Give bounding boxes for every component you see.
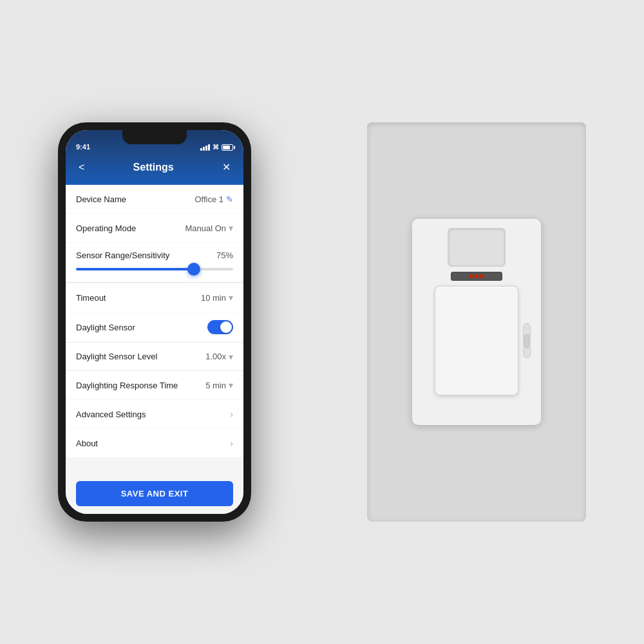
daylighting-response-row[interactable]: Daylighting Response Time 5 min ▾ bbox=[66, 371, 243, 399]
sensor-range-value: 75% bbox=[216, 251, 233, 260]
switch-paddle[interactable] bbox=[435, 286, 518, 395]
timeout-row[interactable]: Timeout 10 min ▾ bbox=[66, 283, 243, 312]
save-button[interactable]: SAVE AND EXIT bbox=[76, 481, 233, 506]
advanced-settings-label: Advanced Settings bbox=[76, 410, 146, 419]
save-section: SAVE AND EXIT bbox=[66, 473, 243, 514]
edit-icon[interactable]: ✎ bbox=[226, 194, 233, 204]
wifi-icon: ⌘ bbox=[213, 144, 219, 151]
switch-sensor-bar bbox=[451, 272, 502, 281]
slider-section: Sensor Range/Sensitivity 75% bbox=[66, 243, 243, 283]
timeout-section: Timeout 10 min ▾ bbox=[66, 283, 243, 312]
daylighting-response-label: Daylighting Response Time bbox=[76, 381, 178, 390]
signal-icon bbox=[200, 144, 210, 151]
side-slider-inner bbox=[524, 334, 529, 348]
sensor-range-section: Sensor Range/Sensitivity 75% bbox=[66, 243, 243, 283]
advanced-settings-chevron: › bbox=[230, 409, 233, 419]
settings-list: Device Name Office 1 ✎ Operating Mode Ma… bbox=[66, 185, 243, 473]
response-dropdown-icon: ▾ bbox=[229, 380, 233, 390]
daylight-level-value: 1.00x ▾ bbox=[205, 352, 233, 362]
timeout-value: 10 min ▾ bbox=[201, 292, 233, 303]
daylight-level-row[interactable]: Daylight Sensor Level 1.00x ▾ bbox=[66, 343, 243, 371]
status-icons: ⌘ bbox=[200, 144, 233, 151]
dropdown-icon: ▾ bbox=[229, 223, 233, 233]
daylight-sensor-section: Daylight Sensor Daylight Sensor Level 1.… bbox=[66, 312, 243, 399]
about-section: About › bbox=[66, 429, 243, 457]
device-name-section: Device Name Office 1 ✎ bbox=[66, 185, 243, 213]
sensor-led-2 bbox=[475, 274, 478, 278]
slider-track[interactable] bbox=[76, 268, 233, 270]
daylight-level-label: Daylight Sensor Level bbox=[76, 352, 157, 361]
operating-mode-section: Operating Mode Manual On ▾ bbox=[66, 214, 243, 242]
battery-icon bbox=[222, 144, 233, 151]
operating-mode-value: Manual On ▾ bbox=[185, 223, 233, 233]
sensor-range-label: Sensor Range/Sensitivity bbox=[76, 251, 169, 260]
operating-mode-label: Operating Mode bbox=[76, 223, 136, 233]
timeout-label: Timeout bbox=[76, 293, 106, 303]
sensor-range-row: Sensor Range/Sensitivity 75% bbox=[76, 243, 233, 265]
device-name-label: Device Name bbox=[76, 194, 126, 204]
daylight-sensor-label: Daylight Sensor bbox=[76, 323, 135, 332]
back-button[interactable]: < bbox=[76, 159, 87, 176]
close-button[interactable]: ✕ bbox=[220, 158, 233, 176]
advanced-settings-row[interactable]: Advanced Settings › bbox=[66, 400, 243, 428]
slider-thumb[interactable] bbox=[187, 263, 200, 276]
switch-wrapper bbox=[367, 122, 586, 522]
sensor-led bbox=[469, 274, 473, 278]
device-name-value: Office 1 ✎ bbox=[194, 194, 233, 204]
device-name-row[interactable]: Device Name Office 1 ✎ bbox=[66, 185, 243, 213]
daylight-sensor-toggle[interactable] bbox=[207, 320, 233, 334]
page-title: Settings bbox=[87, 162, 220, 173]
about-row[interactable]: About › bbox=[66, 429, 243, 457]
daylight-level-dropdown-icon: ▾ bbox=[229, 352, 233, 362]
sensor-led-3 bbox=[480, 274, 484, 278]
advanced-settings-section: Advanced Settings › bbox=[66, 400, 243, 428]
phone-frame: 9:41 ⌘ < Settings ✕ Device Name bbox=[58, 122, 251, 522]
daylighting-response-value: 5 min ▾ bbox=[205, 380, 233, 390]
slider-fill bbox=[76, 268, 194, 270]
timeout-dropdown-icon: ▾ bbox=[229, 292, 233, 303]
operating-mode-row[interactable]: Operating Mode Manual On ▾ bbox=[66, 214, 243, 242]
about-chevron: › bbox=[230, 438, 233, 448]
daylight-sensor-row: Daylight Sensor bbox=[66, 312, 243, 343]
phone-notch bbox=[122, 130, 187, 144]
side-slider[interactable] bbox=[523, 323, 531, 359]
about-label: About bbox=[76, 439, 98, 448]
phone-screen: 9:41 ⌘ < Settings ✕ Device Name bbox=[66, 130, 243, 514]
switch-top-sensor bbox=[448, 228, 506, 267]
wall-plate bbox=[412, 219, 541, 425]
app-header: < Settings ✕ bbox=[66, 153, 243, 185]
status-time: 9:41 bbox=[76, 143, 90, 151]
